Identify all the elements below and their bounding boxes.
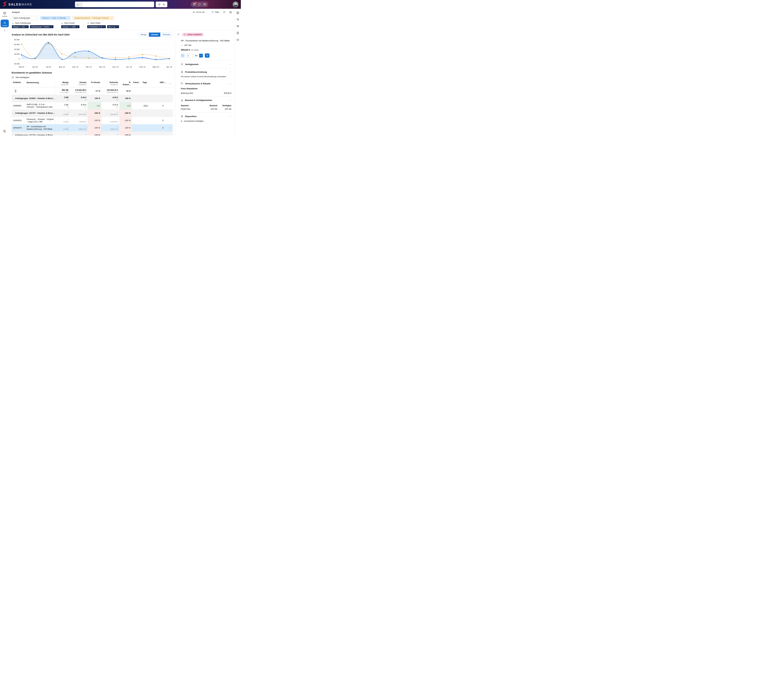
quantity-input[interactable] <box>186 54 193 57</box>
article-description: KMP E218B - 5.3 ml - Schwarz - Tintenpat… <box>25 102 55 109</box>
updates-button[interactable]: 1 <box>193 3 196 6</box>
page-header: Analyse Art-Gr.-Nr. Filter <box>9 9 235 16</box>
dimension-select[interactable]: Nach Artikelgruppe <box>12 16 38 20</box>
metric-toggle-menge[interactable]: Menge <box>138 33 149 37</box>
panel-toggle-icon[interactable] <box>229 11 232 14</box>
fokus-cell <box>132 117 141 124</box>
chip-remove-icon[interactable] <box>116 26 118 28</box>
section-header-bestand-verf-gbarkeiten[interactable]: Bestand & Verfügbarkeiten <box>181 98 232 102</box>
group-row[interactable]: Artikelgruppe: 101707 - Arbeiten & Büro/… <box>12 110 173 117</box>
group-label[interactable]: Artikelgruppe: 101707 - Arbeiten & Büro/… <box>12 110 55 117</box>
cart-secondary-icon[interactable] <box>236 25 239 28</box>
column-header-tags[interactable]: Tags <box>141 81 158 84</box>
column-header-p_roh[interactable]: % Roherl... <box>119 81 132 86</box>
tags-cell <box>141 87 158 95</box>
refresh-icon[interactable] <box>223 11 226 14</box>
sidebar-item-aktivitaet[interactable]: Aktivität <box>1 10 9 18</box>
search-scope-dropdown[interactable] <box>75 2 82 7</box>
favorites-icon[interactable] <box>162 3 165 6</box>
cart-icon <box>206 54 208 57</box>
column-header-p_umsatz[interactable]: % Umsatz <box>88 81 101 84</box>
section-header-produktbeschreibung[interactable]: Produktbeschreibung <box>181 70 232 74</box>
add-to-cart-button[interactable] <box>205 53 210 57</box>
checklist-icon[interactable] <box>236 38 239 41</box>
stock-indicator: 497 Stk <box>181 44 232 47</box>
chip-remove-icon[interactable] <box>26 26 28 28</box>
filter-condition-chip[interactable]: Artikelgruppe = Elektro <box>30 25 53 28</box>
increase-quantity-button[interactable] <box>199 54 203 57</box>
receipt-icon[interactable] <box>236 31 239 34</box>
svg-text:80.000: 80.000 <box>14 39 20 40</box>
collapse-all-label: Alle einklappen <box>16 76 29 79</box>
filter-condition-chip[interactable]: Neu = ja <box>107 25 119 28</box>
metric-toggle-umsatz[interactable]: Umsatz <box>149 33 160 37</box>
filter-condition-chip[interactable]: Menge >= 100 <box>12 25 29 28</box>
group-row[interactable]: Artikelgruppe: 101718 - Arbeiten & Büro/… <box>12 132 173 135</box>
analysis-main: Analyse im Zeitverlauf von Mai 2023 bis … <box>9 30 175 135</box>
search-quick-actions <box>156 2 167 7</box>
group-label[interactable]: Artikelgruppe: 101603 - Arbeiten & Büro/… <box>12 95 55 102</box>
section-header-verkaufspreise-rabatte[interactable]: Verkaufspreise & Rabatte <box>181 81 232 86</box>
user-avatar[interactable] <box>233 2 238 7</box>
bar-chart-icon <box>3 21 6 24</box>
cart-icon[interactable] <box>236 18 239 21</box>
column-header-artikelnr[interactable]: Artikelnr. <box>12 81 25 84</box>
tag-icon <box>184 34 186 36</box>
panel-section-verf-gbarkeit: Verfügbarkeit <box>181 61 232 68</box>
filter-condition-chip[interactable]: % Roherlös >= 5 <box>87 25 106 28</box>
summary-row[interactable]: Σ966 ME(1.112 ME)176.681,86 €(212.284,12… <box>12 87 173 95</box>
group-label[interactable]: Artikelgruppe: 101718 - Arbeiten & Büro/… <box>12 132 55 135</box>
filter-condition-chip[interactable]: Umsatz >= 1000 <box>61 25 79 28</box>
collapse-all-icon <box>12 76 14 79</box>
sort-control[interactable]: Art-Gr.-Nr. <box>193 11 208 14</box>
chip-remove-icon[interactable] <box>51 26 52 28</box>
article-number: 10956591 <box>12 102 25 109</box>
column-header-roh[interactable]: Roherlös(Vergleich) <box>101 81 119 86</box>
column-header-abc[interactable]: ABC-... <box>158 81 168 84</box>
filter-button[interactable]: Filter <box>212 11 219 14</box>
cube-icon <box>3 12 6 15</box>
mail-icon[interactable] <box>203 3 206 6</box>
chip-remove-icon[interactable] <box>67 17 69 19</box>
row-menu-icon[interactable] <box>169 127 171 129</box>
column-header-umsatz[interactable]: Umsatz(Vergleich) <box>70 81 88 86</box>
article-row[interactable]: 10956591KMP E218B - 5.3 ml - Schwarz - T… <box>12 102 173 110</box>
add-icon[interactable] <box>158 3 160 6</box>
group-row[interactable]: Artikelgruppe: 101603 - Arbeiten & Büro/… <box>12 95 173 102</box>
svg-text:Juli 23: Juli 23 <box>46 66 51 68</box>
column-header-menge[interactable]: Menge(Vergleich) <box>55 81 70 86</box>
article-number: 10553679 <box>12 124 25 132</box>
sidebar-item-analyse[interactable]: Analyse <box>1 20 9 27</box>
chevron-down-icon <box>34 17 36 19</box>
article-row[interactable]: 10000002Panasonic - Schwarz - Original -… <box>12 117 173 124</box>
add-view-button[interactable] <box>3 29 6 32</box>
chip-remove-icon[interactable] <box>103 26 104 28</box>
column-header-bezeichnung[interactable]: Bezeichnung <box>25 81 55 84</box>
section-header-verf-gbarkeit[interactable]: Verfügbarkeit <box>181 62 232 67</box>
chart-title: Analyse im Zeitverlauf von Mai 2023 bis … <box>12 33 70 36</box>
filter-button-label: Filter <box>215 11 219 13</box>
chart-header: Analyse im Zeitverlauf von Mai 2023 bis … <box>12 33 173 37</box>
decrease-quantity-button[interactable] <box>181 54 185 57</box>
table-menu-icon[interactable] <box>169 82 171 85</box>
filter-chip[interactable]: Vergleichszeitraum = Vorheriger Zeitraum <box>73 16 114 20</box>
metric-toggle-roherl-s[interactable]: Roherlös <box>160 33 173 37</box>
column-header-fokus[interactable]: Fokus <box>132 81 141 84</box>
section-header-disposition[interactable]: Disposition <box>181 114 232 118</box>
chart-icon <box>76 3 79 6</box>
search-input[interactable] <box>82 2 154 7</box>
close-panel-icon[interactable] <box>177 33 180 36</box>
chat-icon[interactable] <box>198 3 201 6</box>
collapse-all-button[interactable]: Alle einklappen <box>12 76 173 79</box>
svg-text:Juni 23: Juni 23 <box>32 66 38 68</box>
table-body: Σ966 ME(1.112 ME)176.681,86 €(212.284,12… <box>12 87 173 135</box>
plus-icon <box>3 29 6 32</box>
filter-chip[interactable]: Zeitraum = Letzte 12 Monate <box>40 16 71 20</box>
chip-remove-icon[interactable] <box>110 17 112 19</box>
article-row[interactable]: 10553679HP - Druckerbasis mit Medienzufü… <box>12 124 173 132</box>
copy-windows-button[interactable] <box>3 130 6 133</box>
article-detail-panel: Artikel 10553679 HP - Druckerbasis mit M… <box>175 30 235 135</box>
chip-remove-icon[interactable] <box>77 26 78 28</box>
inspect-icon[interactable] <box>236 11 239 14</box>
app-logo[interactable]: SALESWARE <box>2 2 33 7</box>
